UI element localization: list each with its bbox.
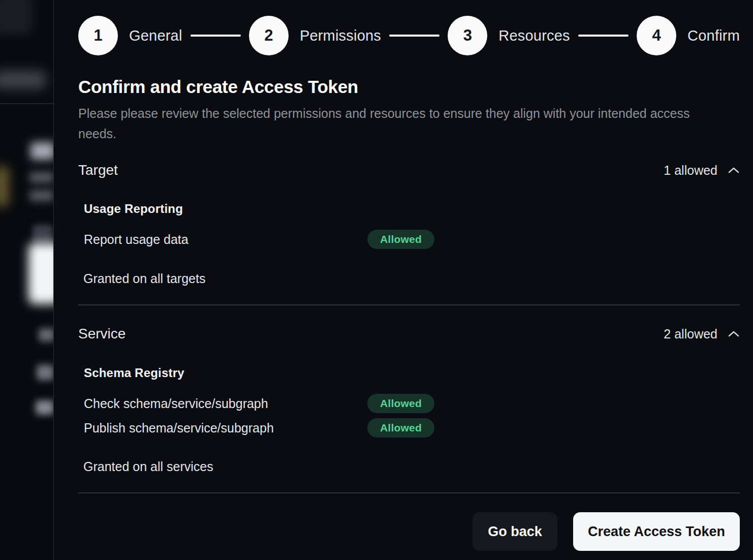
- status-badge: Allowed: [367, 230, 434, 249]
- go-back-button[interactable]: Go back: [473, 512, 557, 551]
- step-connector: [191, 35, 241, 37]
- allowed-count: 1 allowed: [664, 163, 717, 178]
- blurred-text-h: [36, 400, 53, 415]
- blurred-subtext-line2: [29, 190, 53, 201]
- section-header-target[interactable]: Target 1 allowed: [78, 162, 740, 178]
- wizard-stepper: 1 General 2 Permissions 3 Resources 4 Co…: [78, 16, 740, 55]
- allowed-count: 2 allowed: [664, 327, 717, 341]
- permission-group-title: Usage Reporting: [84, 202, 740, 216]
- step-confirm[interactable]: 4 Confirm: [637, 16, 740, 55]
- section-header-service[interactable]: Service 2 allowed: [78, 326, 740, 342]
- step-general[interactable]: 1 General: [78, 16, 182, 55]
- blurred-highlight-button: [28, 243, 53, 304]
- chevron-up-icon[interactable]: [728, 166, 740, 174]
- blurred-accent-shape: [0, 167, 8, 206]
- permission-name: Report usage data: [84, 232, 367, 247]
- blurred-heading-text: [30, 142, 53, 160]
- granted-note: Granted on all services: [83, 459, 740, 474]
- section-title: Target: [78, 162, 118, 178]
- blurred-icon: [33, 225, 53, 244]
- step-number-circle[interactable]: 1: [78, 16, 118, 55]
- blurred-divider: [0, 103, 53, 104]
- blurred-logo-card: [0, 0, 33, 35]
- step-label: Permissions: [300, 27, 381, 44]
- permission-group-title: Schema Registry: [84, 366, 740, 380]
- page-title: Confirm and create Access Token: [78, 77, 740, 97]
- step-connector: [578, 35, 629, 37]
- background-page-blurred: [0, 0, 53, 560]
- status-badge: Allowed: [367, 418, 434, 438]
- footer-divider: [78, 492, 740, 493]
- blurred-text-u: [37, 365, 53, 380]
- permission-name: Publish schema/service/subgraph: [84, 421, 367, 435]
- step-number-circle[interactable]: 2: [249, 16, 289, 55]
- step-number-circle[interactable]: 4: [637, 16, 676, 55]
- step-label: Confirm: [687, 27, 740, 44]
- step-label: Resources: [498, 27, 570, 44]
- permission-row: Report usage data Allowed: [84, 230, 740, 249]
- chevron-up-icon[interactable]: [728, 330, 740, 338]
- permission-row: Check schema/service/subgraph Allowed: [84, 394, 740, 413]
- step-number-circle[interactable]: 3: [448, 16, 487, 55]
- blurred-nav-label: [0, 71, 46, 88]
- status-badge: Allowed: [367, 394, 434, 413]
- page-description: Please please review the selected permis…: [78, 103, 708, 144]
- section-title: Service: [78, 326, 125, 342]
- footer-actions: Go back Create Access Token: [78, 512, 740, 551]
- create-access-token-panel: 1 General 2 Permissions 3 Resources 4 Co…: [53, 0, 753, 560]
- permission-name: Check schema/service/subgraph: [84, 396, 367, 411]
- permission-row: Publish schema/service/subgraph Allowed: [84, 418, 740, 438]
- blurred-text-ti: [39, 328, 53, 341]
- blurred-subtext-line1: [29, 172, 53, 183]
- step-permissions[interactable]: 2 Permissions: [249, 16, 381, 55]
- step-resources[interactable]: 3 Resources: [448, 16, 570, 55]
- step-label: General: [129, 27, 182, 44]
- step-connector: [389, 35, 440, 37]
- granted-note: Granted on all targets: [83, 271, 740, 286]
- create-access-token-button[interactable]: Create Access Token: [573, 512, 740, 551]
- section-divider: [78, 304, 740, 305]
